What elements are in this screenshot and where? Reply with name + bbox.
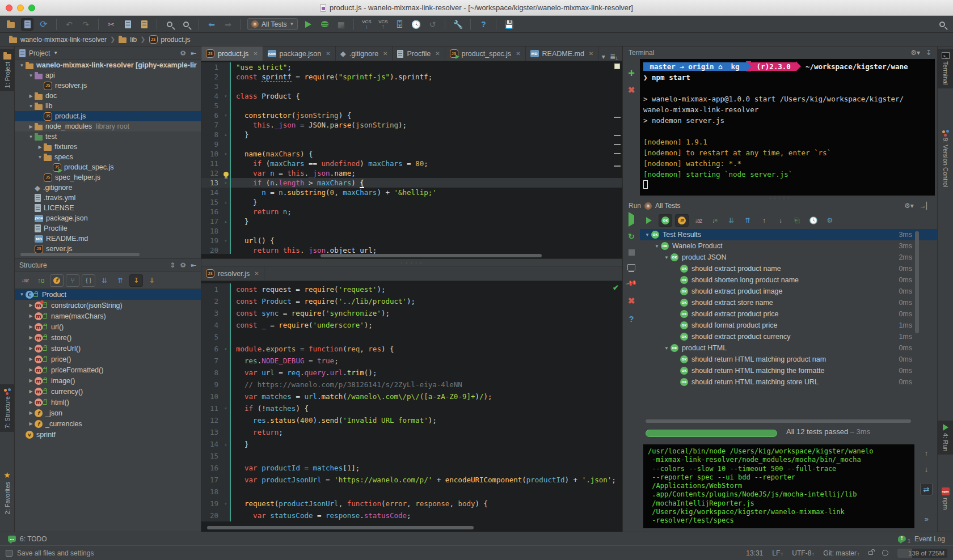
project-tree-row[interactable]: .travis.yml xyxy=(15,193,201,203)
new-session-icon[interactable]: + xyxy=(628,69,635,77)
project-tree-row[interactable]: ▶fixtures xyxy=(15,142,201,152)
event-log-button[interactable]: ! 1 Event Log xyxy=(898,534,945,544)
close-icon[interactable]: ✖ xyxy=(628,296,635,306)
intention-bulb-icon[interactable] xyxy=(222,168,230,178)
test-result-row[interactable]: ▼OKTest Results3ms xyxy=(640,229,937,240)
synchronize-icon[interactable]: ⟳ xyxy=(37,18,50,31)
run-settings-icon[interactable]: ⚙▾ xyxy=(904,202,914,210)
tab-list-dropdown-icon[interactable]: ▾ xyxy=(602,53,605,61)
structure-tree-row[interactable]: ▶mimage() xyxy=(15,375,201,386)
close-tab-icon[interactable]: ✕ xyxy=(383,50,387,57)
expand-all-icon[interactable]: ⇊ xyxy=(724,214,738,227)
show-passed-toggle[interactable]: OK xyxy=(659,214,672,227)
structure-tree-row[interactable]: ▶mstoreUrl() xyxy=(15,343,201,354)
copy-icon[interactable] xyxy=(121,18,134,31)
test-result-row[interactable]: OKshould format product price1ms xyxy=(640,320,937,331)
project-tree-row[interactable]: JSspec_helper.js xyxy=(15,172,201,183)
tool-window-button-terminal[interactable]: >_Terminal xyxy=(938,49,953,88)
editor-product-js[interactable]: 1"use strict";2const sprintf = require("… xyxy=(201,61,622,254)
show-fields-toggle[interactable]: f xyxy=(50,274,64,287)
project-settings-icon[interactable]: ⚙ xyxy=(180,49,186,57)
breadcrumb-item[interactable]: wanelo-mixmax-link-resolver xyxy=(9,36,107,44)
editor-resolver-js[interactable]: 1const request = require('request');2con… xyxy=(201,281,622,525)
test-result-row[interactable]: ▼OKproduct JSON2ms xyxy=(640,252,937,263)
project-tree-row[interactable]: ▼lib xyxy=(15,101,201,111)
sort-by-duration-icon[interactable]: ↓≡ xyxy=(708,214,722,227)
terminal-console[interactable]: master → origin ⌂ kg (r)2.3.0 ~/workspac… xyxy=(640,59,935,196)
next-failed-icon[interactable]: ↓ xyxy=(774,214,787,227)
replace-icon[interactable] xyxy=(180,18,192,31)
close-tab-icon[interactable]: ✕ xyxy=(253,50,258,57)
test-result-row[interactable]: OKshould shorten long product name0ms xyxy=(640,274,937,286)
test-result-row[interactable]: OKshould extract product name0ms xyxy=(640,263,937,274)
test-tree-hscrollbar[interactable] xyxy=(646,419,911,423)
export-settings-icon[interactable]: 💾 xyxy=(503,18,515,31)
tree-arrow-icon[interactable]: ▶ xyxy=(27,303,35,308)
hide-panel-icon[interactable]: ⇤ xyxy=(191,49,196,57)
structure-tree-row[interactable]: ▶murl() xyxy=(15,321,201,332)
import-test-results-icon[interactable]: ⎗ xyxy=(790,214,804,227)
editor-tab-product-js[interactable]: JSproduct.js✕ xyxy=(201,46,263,61)
test-result-row[interactable]: ▼OKWanelo Product3ms xyxy=(640,240,937,252)
editor-layout-icon[interactable]: ≣₁ xyxy=(610,53,618,61)
show-ignored-toggle[interactable]: ≋ xyxy=(675,214,689,227)
project-tree-row[interactable]: ▶doc xyxy=(15,91,201,101)
stop-icon[interactable] xyxy=(629,249,635,256)
tree-arrow-icon[interactable]: ▼ xyxy=(18,63,26,68)
minimize-window-button[interactable] xyxy=(17,5,24,11)
fold-marker-icon[interactable]: ▵ xyxy=(222,130,230,139)
inspection-indicator[interactable] xyxy=(614,63,620,69)
tool-window-button-npm[interactable]: npmnpm xyxy=(938,484,953,513)
project-tree-row[interactable]: JSproduct.js xyxy=(15,111,201,121)
project-tree-row[interactable]: ▶node_moduleslibrary root xyxy=(15,121,201,131)
run-icon[interactable] xyxy=(302,18,314,31)
project-tree-row[interactable]: MDREADME.md xyxy=(15,234,201,244)
test-result-row[interactable]: OKshould extract product price0ms xyxy=(640,308,937,320)
tree-arrow-icon[interactable]: ▶ xyxy=(27,335,35,340)
zoom-window-button[interactable] xyxy=(28,5,35,11)
cut-icon[interactable]: ✂ xyxy=(105,18,117,31)
pin-tab-icon[interactable]: 📌 xyxy=(625,277,638,290)
test-history-icon[interactable]: 🕓 xyxy=(807,214,820,227)
sort-alpha-icon[interactable]: ↓az xyxy=(691,214,705,227)
panel-splitter[interactable]: : : : : : xyxy=(623,196,937,200)
structure-settings-icon[interactable]: ⚙ xyxy=(180,261,186,269)
structure-tree-row[interactable]: ▶f_currencies xyxy=(15,418,201,429)
tool-window-button-structure[interactable]: 7: Structure xyxy=(0,384,14,432)
fold-marker-icon[interactable]: ▵ xyxy=(222,197,230,207)
save-all-icon[interactable] xyxy=(21,18,33,31)
fold-marker-icon[interactable]: ▵ xyxy=(222,438,230,450)
redo-icon[interactable]: ↷ xyxy=(79,18,92,31)
project-tree-row[interactable]: ▼wanelo-mixmax-link-resolver [giphy-exam… xyxy=(15,60,201,70)
test-tree-vscrollbar[interactable] xyxy=(915,231,919,333)
open-folder-icon[interactable] xyxy=(5,18,17,31)
rerun-icon[interactable] xyxy=(629,215,634,223)
tree-arrow-icon[interactable]: ▶ xyxy=(27,324,35,329)
project-hscrollbar[interactable] xyxy=(20,253,140,256)
paste-icon[interactable] xyxy=(138,18,150,31)
structure-tree-row[interactable]: vsprintf xyxy=(15,429,201,440)
tree-arrow-icon[interactable]: ▶ xyxy=(27,346,35,351)
help-icon[interactable]: ? xyxy=(629,315,634,324)
fold-marker-icon[interactable]: ▿ xyxy=(222,149,230,159)
structure-tree-row[interactable]: ▶mconstructor(jsonString) xyxy=(15,300,201,311)
close-tab-icon[interactable]: ✕ xyxy=(516,50,520,57)
find-icon[interactable] xyxy=(163,18,176,31)
close-window-button[interactable] xyxy=(6,5,12,11)
structure-tree-row[interactable]: ▶mcurrency() xyxy=(15,386,201,397)
sort-visibility-icon[interactable]: ↑o xyxy=(34,274,48,287)
structure-tree-row[interactable]: ▼CProduct xyxy=(15,289,201,300)
fold-marker-icon[interactable]: ▵ xyxy=(222,217,230,226)
collapse-all-icon[interactable]: ⇈ xyxy=(741,214,754,227)
jump-to-end-icon[interactable]: » xyxy=(920,512,933,525)
editor-tab-Procfile[interactable]: Procfile✕ xyxy=(393,46,445,61)
editor-tab--gitignore[interactable]: ◆.gitignore✕ xyxy=(336,46,393,61)
fold-marker-icon[interactable]: ▿ xyxy=(222,178,230,188)
previous-failed-icon[interactable]: ↑ xyxy=(757,214,771,227)
tree-arrow-icon[interactable]: ▼ xyxy=(18,292,26,297)
structure-tree-row[interactable]: ▶mprice() xyxy=(15,354,201,364)
todo-tool-button[interactable]: … 6: TODO xyxy=(8,535,47,543)
project-tree-row[interactable]: ▼specs xyxy=(15,152,201,162)
tree-arrow-icon[interactable]: ▼ xyxy=(27,104,35,109)
float-panel-icon[interactable]: →▏ xyxy=(920,202,931,210)
